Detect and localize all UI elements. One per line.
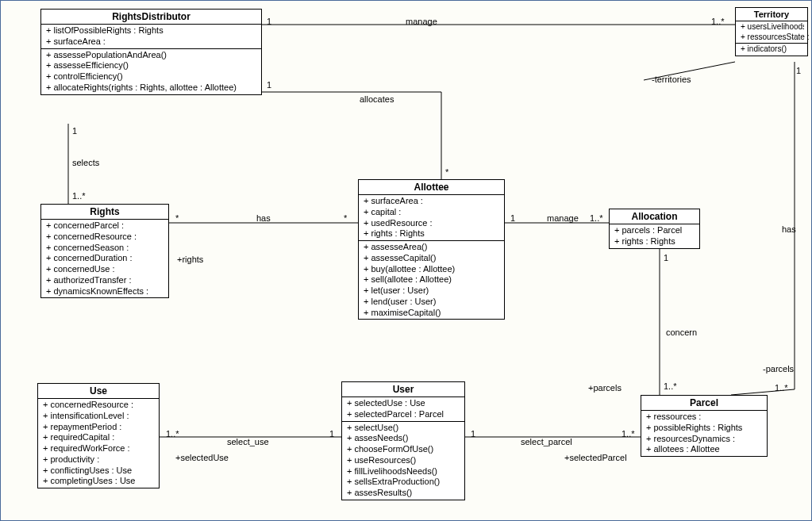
- class-title: Rights: [41, 205, 168, 220]
- mult-label: 1: [329, 429, 334, 439]
- class-title: User: [342, 382, 464, 397]
- class-rightsdistributor: RightsDistributor + listOfPossibleRights…: [40, 9, 262, 95]
- class-allocation: Allocation + parcels : Parcel + rights :…: [609, 209, 700, 249]
- attr-section: + parcels : Parcel + rights : Rights: [610, 224, 699, 248]
- class-title: Allottee: [359, 180, 504, 195]
- class-rights: Rights + concernedParcel : + concernedRe…: [40, 204, 169, 298]
- role-label-territories: -territories: [652, 75, 691, 84]
- mult-label: 1: [796, 66, 801, 75]
- assoc-label-select-use: select_use: [227, 437, 269, 446]
- attr-section: + listOfPossibleRights : Rights + surfac…: [41, 25, 261, 49]
- assoc-label-manage: manage: [406, 17, 437, 26]
- class-territory: Territory + usersLivelihoodsNeeds : + re…: [735, 7, 808, 56]
- role-label-selectedparcel: +selectedParcel: [564, 453, 627, 462]
- class-title: Use: [38, 384, 159, 399]
- class-parcel: Parcel + ressources : + possibleRights :…: [641, 395, 768, 457]
- mult-label: *: [175, 213, 179, 223]
- attr-section: + usersLivelihoodsNeeds : + ressourcesSt…: [736, 21, 807, 44]
- class-title: Parcel: [641, 396, 767, 411]
- ops-section: + assesseArea() + assesseCapital() + buy…: [359, 241, 504, 319]
- assoc-label-has2: has: [782, 224, 796, 234]
- mult-label: *: [445, 167, 448, 177]
- assoc-label-manage2: manage: [547, 213, 579, 223]
- ops-section: + selectUse() + assesNeeds() + chooseFor…: [342, 422, 464, 500]
- mult-label: 1: [510, 213, 515, 223]
- class-title: Allocation: [610, 209, 699, 224]
- mult-label: 1: [471, 429, 475, 439]
- assoc-label-concern: concern: [666, 328, 697, 337]
- class-user: User + selectedUse : Use + selectedParce…: [341, 381, 465, 500]
- uml-diagram: RightsDistributor + listOfPossibleRights…: [0, 0, 812, 521]
- mult-label: 1: [267, 17, 271, 26]
- class-allottee: Allottee + surfaceArea : + capital : + u…: [358, 179, 505, 320]
- role-label-rights: +rights: [177, 255, 203, 264]
- class-title: Territory: [736, 8, 807, 21]
- class-use: Use + concernedResource : + intensificat…: [37, 383, 160, 488]
- mult-label: 1: [664, 253, 668, 262]
- attr-section: + concernedParcel : + concernedResource …: [41, 220, 168, 297]
- mult-label: *: [344, 213, 347, 223]
- mult-label: 1: [267, 80, 271, 90]
- mult-label: 1..*: [622, 429, 635, 439]
- ops-section: + assessePopulationAndArea() + assesseEf…: [41, 49, 261, 94]
- role-label-parcels-top: +parcels: [588, 383, 622, 393]
- assoc-label-has: has: [256, 213, 271, 223]
- mult-label: 1..*: [72, 191, 86, 201]
- role-label-parcels: -parcels: [763, 364, 794, 374]
- role-label-selecteduse: +selectedUse: [175, 453, 229, 462]
- attr-section: + surfaceArea : + capital : + usedResour…: [359, 195, 504, 241]
- attr-section: + concernedResource : + intensificationL…: [38, 399, 159, 488]
- attr-section: + ressources : + possibleRights : Rights…: [641, 411, 767, 456]
- mult-label: 1: [72, 126, 77, 136]
- ops-section: + indicators(): [736, 44, 807, 56]
- mult-label: 1..*: [166, 429, 179, 439]
- attr-section: + selectedUse : Use + selectedParcel : P…: [342, 397, 464, 422]
- mult-label: 1..*: [775, 383, 788, 393]
- mult-label: 1..*: [711, 17, 725, 26]
- assoc-label-select-parcel: select_parcel: [521, 437, 572, 446]
- assoc-label-selects: selects: [72, 158, 99, 167]
- class-title: RightsDistributor: [41, 10, 261, 25]
- mult-label: 1..*: [590, 213, 603, 223]
- mult-label: 1..*: [664, 381, 677, 391]
- assoc-label-allocates: allocates: [360, 94, 394, 104]
